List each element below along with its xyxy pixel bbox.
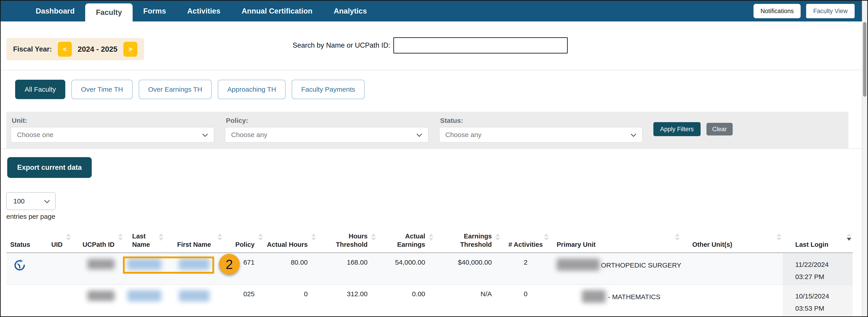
sort-icon <box>218 233 222 241</box>
nav-item-dashboard[interactable]: Dashboard <box>25 1 85 22</box>
apply-filters-button[interactable]: Apply Filters <box>653 122 701 136</box>
nav-item-faculty[interactable]: Faculty <box>85 3 133 24</box>
sort-down-arrow <box>495 238 500 241</box>
sort-down-arrow <box>847 238 851 241</box>
sort-icon <box>159 233 163 241</box>
sort-up-arrow <box>66 233 71 236</box>
sort-icon <box>847 233 851 241</box>
nav-item-activities[interactable]: Activities <box>177 1 231 22</box>
status-select[interactable]: Choose any <box>439 127 643 142</box>
policy-select[interactable]: Choose any <box>225 127 428 142</box>
export-current-data-button[interactable]: Export current data <box>7 157 92 178</box>
policy-filter-group: Policy: Choose any <box>225 115 428 148</box>
column-header-hours_threshold[interactable]: Hours Threshold <box>317 222 377 253</box>
sort-down-arrow <box>777 238 781 241</box>
status-select-value: Choose any <box>445 131 482 139</box>
column-header-status[interactable]: Status <box>6 222 36 253</box>
filter-tab-over-time-th[interactable]: Over Time TH <box>71 80 132 99</box>
sort-up-arrow <box>777 233 781 236</box>
column-header-uid[interactable]: UID <box>36 222 72 253</box>
sort-up-arrow <box>118 233 123 236</box>
sort-icon <box>429 233 433 241</box>
sort-icon <box>118 233 123 241</box>
nav-item-forms[interactable]: Forms <box>133 1 177 22</box>
search-label: Search by Name or UCPath ID: <box>292 41 390 50</box>
last-login-date: 10/15/2024 <box>795 290 852 302</box>
column-header-policy[interactable]: Policy <box>223 222 264 253</box>
scrollbar[interactable] <box>862 1 867 316</box>
unit-code-redacted <box>582 290 606 303</box>
filter-tab-over-earnings-th[interactable]: Over Earnings TH <box>139 80 212 99</box>
pagination-controls: 100 entries per page <box>6 192 867 220</box>
unit-select[interactable]: Choose one <box>11 127 214 142</box>
search-input[interactable] <box>393 37 568 54</box>
column-header-actual_hours[interactable]: Actual Hours <box>264 222 317 253</box>
sort-down-arrow <box>429 238 433 241</box>
sort-down-arrow <box>544 238 549 241</box>
status-label: Status: <box>440 117 643 124</box>
sort-icon <box>371 233 376 241</box>
chevron-down-icon <box>416 133 422 137</box>
sort-up-arrow <box>159 233 163 236</box>
clear-filters-button[interactable]: Clear <box>707 123 733 135</box>
sort-up-arrow <box>495 233 500 236</box>
fiscal-year-next-button[interactable]: > <box>123 42 137 57</box>
sort-icon <box>777 233 781 241</box>
scrollbar-thumb[interactable] <box>863 22 866 97</box>
sort-icon <box>311 233 316 241</box>
sort-icon <box>544 233 549 241</box>
chevron-down-icon <box>44 200 50 203</box>
nav-item-analytics[interactable]: Analytics <box>323 1 377 22</box>
primary-unit-text: - MATHEMATICS <box>608 293 660 300</box>
column-header-last_name[interactable]: Last Name <box>124 222 165 253</box>
column-header-actual_earnings[interactable]: Actual Earnings <box>377 222 435 253</box>
filter-actions: Apply Filters Clear <box>653 122 733 148</box>
last-name-link-redacted[interactable] <box>127 290 161 302</box>
primary-unit-text: ORTHOPEDIC SURGERY <box>601 261 681 269</box>
column-header-primary_unit[interactable]: Primary Unit <box>550 222 681 253</box>
sort-down-arrow <box>371 238 376 241</box>
fiscal-year-prev-button[interactable]: < <box>58 42 72 57</box>
filter-tab-faculty-payments[interactable]: Faculty Payments <box>292 80 364 99</box>
sort-down-arrow <box>66 238 71 241</box>
column-header-earnings_threshold[interactable]: Earnings Threshold <box>435 222 501 253</box>
nav-item-annual-certification[interactable]: Annual Certification <box>231 1 323 22</box>
entries-per-page-value: 100 <box>13 197 25 205</box>
entries-per-page-label: entries per page <box>6 213 867 220</box>
chevron-down-icon <box>630 133 637 137</box>
column-header-ucpath_id[interactable]: UCPath ID <box>72 222 124 253</box>
section-divider-2 <box>1 148 867 149</box>
table-header-row: StatusUIDUCPath IDLast NameFirst NamePol… <box>6 222 852 253</box>
sort-icon <box>495 233 500 241</box>
last-login-date: 11/22/2024 <box>795 258 852 271</box>
status-filter-group: Status: Choose any <box>439 115 643 148</box>
entries-per-page-select[interactable]: 100 <box>6 192 56 210</box>
nav-tabs: DashboardFacultyFormsActivitiesAnnual Ce… <box>25 1 377 22</box>
sort-up-arrow <box>675 233 680 236</box>
fiscal-year-label: Fiscal Year: <box>13 45 52 53</box>
notifications-button[interactable]: Notifications <box>753 4 801 18</box>
sort-up-arrow <box>218 233 222 236</box>
filter-tab-approaching-th[interactable]: Approaching TH <box>218 80 285 99</box>
policy-label: Policy: <box>226 117 428 124</box>
sort-up-arrow <box>544 233 549 236</box>
sort-icon <box>258 233 263 241</box>
last-login-time: 03:53 PM <box>795 302 852 315</box>
sort-down-arrow <box>675 238 680 241</box>
sort-down-arrow <box>258 238 263 241</box>
column-header-num_activities[interactable]: # Activities <box>501 222 550 253</box>
first-name-link-redacted[interactable] <box>179 290 210 302</box>
column-header-first_name[interactable]: First Name <box>165 222 223 253</box>
fiscal-year-value: 2024 - 2025 <box>78 45 118 54</box>
ucpath-id-redacted <box>87 291 115 301</box>
chevron-down-icon <box>202 133 208 137</box>
column-header-other_units[interactable]: Other Unit(s) <box>681 222 783 253</box>
column-header-last_login[interactable]: Last Login <box>783 222 852 253</box>
sort-icon <box>66 233 71 241</box>
filter-tabs: All FacultyOver Time THOver Earnings THA… <box>15 80 867 99</box>
ucpath-id-redacted <box>87 259 115 270</box>
faculty-view-button[interactable]: Faculty View <box>806 4 855 18</box>
filter-tab-all-faculty[interactable]: All Faculty <box>15 80 65 99</box>
unit-label: Unit: <box>12 117 214 124</box>
sort-up-arrow <box>371 233 376 236</box>
